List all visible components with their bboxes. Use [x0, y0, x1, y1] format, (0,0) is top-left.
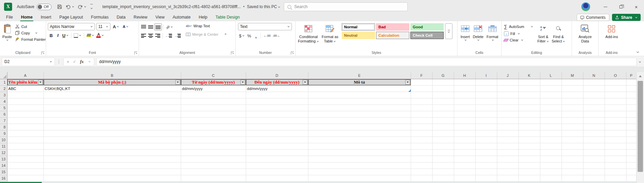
tab-table-design[interactable]: Table Design	[211, 14, 244, 21]
tab-home[interactable]: Home	[17, 14, 37, 21]
cell-F10[interactable]	[411, 136, 432, 143]
cell-N2[interactable]	[583, 85, 605, 92]
filter-button-A[interactable]	[38, 80, 43, 85]
cell-E11[interactable]	[308, 143, 411, 149]
font-family-select[interactable]: Aptos Narrow	[48, 23, 95, 30]
cell-O4[interactable]	[605, 98, 626, 104]
cell-K9[interactable]	[518, 130, 540, 136]
cell-H7[interactable]	[454, 117, 475, 124]
cell-J10[interactable]	[497, 136, 518, 143]
clear-button[interactable]: Clear	[503, 37, 535, 43]
autosave-control[interactable]: AutoSave Off	[17, 4, 52, 10]
cell-A3[interactable]	[7, 92, 43, 98]
cell-C3[interactable]	[181, 92, 246, 98]
scrollbar-thumb[interactable]	[638, 81, 643, 172]
cell-A14[interactable]	[7, 162, 43, 169]
cell-E13[interactable]	[308, 156, 411, 162]
cell-O8[interactable]	[605, 124, 626, 130]
cell-B11[interactable]	[43, 143, 181, 149]
cell-A1[interactable]: Tên phiên kiểm k	[7, 79, 43, 85]
row-header-4[interactable]: 4	[0, 98, 7, 104]
cell-G4[interactable]	[432, 98, 454, 104]
cell-M13[interactable]	[562, 156, 583, 162]
cell-K13[interactable]	[518, 156, 540, 162]
cell-G16[interactable]	[432, 175, 454, 181]
cell-I3[interactable]	[475, 92, 497, 98]
cell-K5[interactable]	[518, 104, 540, 111]
cell-G11[interactable]	[432, 143, 454, 149]
cell-L7[interactable]	[540, 117, 562, 124]
bold-button[interactable]: B	[48, 32, 55, 39]
cell-P11[interactable]	[626, 143, 636, 149]
cell-I1[interactable]	[475, 79, 497, 85]
cell-I8[interactable]	[475, 124, 497, 130]
cell-G12[interactable]	[432, 149, 454, 156]
align-left-button[interactable]	[140, 32, 147, 39]
cell-H3[interactable]	[454, 92, 475, 98]
cell-G7[interactable]	[432, 117, 454, 124]
grow-font-button[interactable]: A	[112, 23, 120, 30]
cell-G8[interactable]	[432, 124, 454, 130]
cell-N6[interactable]	[583, 111, 605, 117]
cell-G15[interactable]	[432, 169, 454, 175]
excel-logo-icon[interactable]: X	[4, 3, 12, 11]
column-header-C[interactable]: C	[181, 72, 246, 79]
cell-K12[interactable]	[518, 149, 540, 156]
tab-review[interactable]: Review	[130, 14, 151, 21]
cell-A2[interactable]: ABC	[7, 85, 43, 92]
cell-F8[interactable]	[411, 124, 432, 130]
cell-G9[interactable]	[432, 130, 454, 136]
cell-L1[interactable]	[540, 79, 562, 85]
cell-P16[interactable]	[626, 175, 636, 181]
save-button[interactable]	[57, 4, 62, 9]
cell-B16[interactable]	[43, 175, 181, 181]
cell-O6[interactable]	[605, 111, 626, 117]
cell-N11[interactable]	[583, 143, 605, 149]
number-launcher-icon[interactable]: ↘	[291, 52, 294, 55]
toolbar-options-button[interactable]	[90, 4, 94, 10]
wrap-text-button[interactable]: ab↩ Wrap Text	[184, 23, 228, 29]
column-header-P[interactable]: P	[626, 72, 636, 79]
cell-O7[interactable]	[605, 117, 626, 124]
cell-L13[interactable]	[540, 156, 562, 162]
column-header-J[interactable]: J	[497, 72, 518, 79]
cell-N10[interactable]	[583, 136, 605, 143]
select-all-button[interactable]	[0, 72, 7, 79]
cell-L9[interactable]	[540, 130, 562, 136]
column-header-O[interactable]: O	[605, 72, 626, 79]
cell-F2[interactable]	[411, 85, 432, 92]
cell-L11[interactable]	[540, 143, 562, 149]
document-title[interactable]: template_import_inventory_session_vi_3c2…	[102, 4, 280, 9]
cell-K6[interactable]	[518, 111, 540, 117]
cell-J1[interactable]	[497, 79, 518, 85]
cell-J4[interactable]	[497, 98, 518, 104]
cell-P6[interactable]	[626, 111, 636, 117]
cell-C9[interactable]	[181, 130, 246, 136]
cell-P13[interactable]	[626, 156, 636, 162]
filter-button-E[interactable]	[405, 80, 410, 85]
formula-input[interactable]: dd/mm/yyyy	[96, 58, 637, 66]
comma-format-button[interactable]: ,	[252, 32, 259, 39]
cell-K14[interactable]	[518, 162, 540, 169]
cell-A16[interactable]	[7, 175, 43, 181]
cell-B5[interactable]	[43, 104, 181, 111]
row-header-5[interactable]: 5	[0, 104, 7, 111]
cell-N9[interactable]	[583, 130, 605, 136]
cell-H1[interactable]	[454, 79, 475, 85]
cell-D15[interactable]	[246, 169, 308, 175]
filter-button-B[interactable]	[175, 80, 180, 85]
cell-C14[interactable]	[181, 162, 246, 169]
column-header-I[interactable]: I	[475, 72, 497, 79]
cell-H11[interactable]	[454, 143, 475, 149]
cell-C2[interactable]: dd/mm/yyyy	[181, 85, 246, 92]
avatar[interactable]	[581, 2, 590, 11]
cell-H14[interactable]	[454, 162, 475, 169]
cell-P7[interactable]	[626, 117, 636, 124]
cell-I13[interactable]	[475, 156, 497, 162]
cell-K11[interactable]	[518, 143, 540, 149]
cell-C13[interactable]	[181, 156, 246, 162]
name-box[interactable]: D2	[2, 58, 55, 66]
row-header-9[interactable]: 9	[0, 130, 7, 136]
row-header-12[interactable]: 12	[0, 149, 7, 156]
comments-button[interactable]: Comments	[577, 14, 609, 21]
